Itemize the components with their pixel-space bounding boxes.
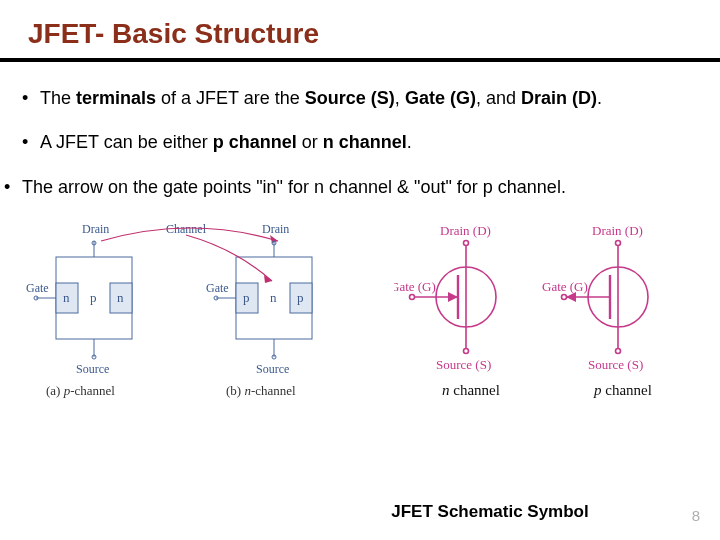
svg-text:Source: Source bbox=[256, 362, 289, 376]
svg-text:p: p bbox=[243, 290, 250, 305]
svg-point-36 bbox=[410, 294, 415, 299]
bullet-1: The terminals of a JFET are the Source (… bbox=[22, 86, 698, 110]
figure-row: Drain Channel Drain n p n Gate S bbox=[22, 219, 698, 409]
svg-text:p: p bbox=[297, 290, 304, 305]
svg-text:n: n bbox=[117, 290, 124, 305]
svg-text:Gate: Gate bbox=[206, 281, 229, 295]
caption-a: (a) p-channel bbox=[46, 383, 115, 398]
structure-a: n p n Gate Source bbox=[26, 241, 132, 376]
bullet-3: The arrow on the gate points "in" for n … bbox=[4, 175, 698, 199]
figure-caption: JFET Schematic Symbol bbox=[0, 502, 720, 522]
svg-text:Gate (G): Gate (G) bbox=[542, 279, 588, 294]
svg-point-39 bbox=[464, 348, 469, 353]
svg-marker-35 bbox=[448, 292, 458, 302]
page-number: 8 bbox=[692, 507, 700, 524]
schematic-svg: Drain (D) Gate (G) Source (S) Drain (D) bbox=[394, 219, 694, 409]
page-title: JFET- Basic Structure bbox=[28, 18, 698, 50]
svg-text:Drain (D): Drain (D) bbox=[592, 223, 643, 238]
svg-text:n: n bbox=[63, 290, 70, 305]
svg-text:Gate (G): Gate (G) bbox=[394, 279, 436, 294]
drain-label-a: Drain bbox=[82, 222, 109, 236]
svg-text:Gate: Gate bbox=[26, 281, 49, 295]
svg-point-49 bbox=[562, 294, 567, 299]
svg-point-52 bbox=[616, 348, 621, 353]
structure-figures: Drain Channel Drain n p n Gate S bbox=[26, 219, 356, 409]
svg-point-29 bbox=[464, 240, 469, 245]
structure-svg: Drain Channel Drain n p n Gate S bbox=[26, 219, 356, 409]
channel-pointer bbox=[186, 235, 272, 281]
p-channel-label: p channel bbox=[593, 382, 652, 398]
title-rule bbox=[0, 58, 720, 62]
bullet-list: The terminals of a JFET are the Source (… bbox=[22, 86, 698, 199]
svg-text:p: p bbox=[90, 290, 97, 305]
caption-b: (b) n-channel bbox=[226, 383, 296, 398]
symbol-p: Drain (D) Gate (G) Source (S) bbox=[542, 223, 648, 372]
schematic-figures: Drain (D) Gate (G) Source (S) Drain (D) bbox=[394, 219, 694, 409]
svg-text:n: n bbox=[270, 290, 277, 305]
svg-text:Source: Source bbox=[76, 362, 109, 376]
svg-text:Drain (D): Drain (D) bbox=[440, 223, 491, 238]
channel-pointer-head bbox=[264, 275, 272, 283]
bullet-2: A JFET can be either p channel or n chan… bbox=[22, 130, 698, 154]
n-channel-label: n channel bbox=[442, 382, 500, 398]
svg-text:Source (S): Source (S) bbox=[588, 357, 643, 372]
svg-point-42 bbox=[616, 240, 621, 245]
structure-b: p n p Gate Source bbox=[206, 241, 312, 376]
svg-text:Source (S): Source (S) bbox=[436, 357, 491, 372]
symbol-n: Drain (D) Gate (G) Source (S) bbox=[394, 223, 496, 372]
drain-label-b: Drain bbox=[262, 222, 289, 236]
